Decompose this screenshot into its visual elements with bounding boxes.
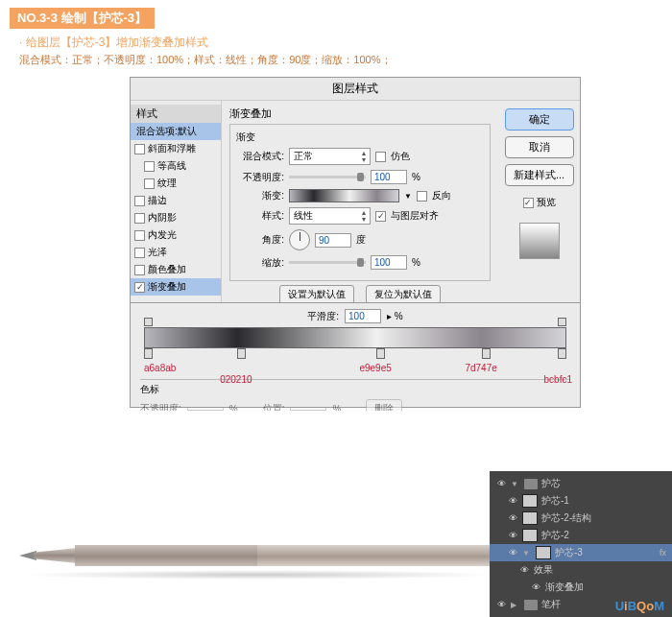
color-stop[interactable] xyxy=(144,348,153,359)
stop-hex: e9e9e5 xyxy=(359,363,391,373)
checkbox-icon[interactable] xyxy=(144,161,155,172)
angle-label: 角度: xyxy=(236,233,284,247)
layer-effects[interactable]: 👁效果 xyxy=(490,561,672,579)
eye-icon[interactable]: 👁 xyxy=(495,478,507,489)
opacity-label: 不透明度: xyxy=(236,171,284,184)
style-contour[interactable]: 等高线 xyxy=(131,157,221,175)
scale-label: 缩放: xyxy=(236,256,284,270)
stop-hex: 020210 xyxy=(220,374,252,385)
color-stop[interactable] xyxy=(376,348,385,359)
opacity-input[interactable]: 100 xyxy=(371,170,407,184)
new-style-button[interactable]: 新建样式... xyxy=(505,164,574,186)
watermark: UiBQoM xyxy=(615,599,664,613)
eye-icon[interactable]: 👁 xyxy=(495,599,507,610)
angle-dial[interactable] xyxy=(289,229,310,250)
chevron-down-icon[interactable]: ▼ xyxy=(522,549,532,558)
color-section-label: 色标 xyxy=(140,384,159,394)
checkbox-icon[interactable] xyxy=(134,230,145,241)
blend-mode-select[interactable]: 正常▴▾ xyxy=(289,148,371,165)
dither-checkbox[interactable] xyxy=(375,152,386,162)
scale-slider[interactable] xyxy=(289,261,366,264)
gradient-ramp[interactable]: a6a8ab 020210 e9e9e5 7d747e bcbfc1 xyxy=(144,327,566,348)
color-stop[interactable] xyxy=(558,348,566,359)
color-stop[interactable] xyxy=(482,348,491,359)
opacity-stop[interactable] xyxy=(558,318,566,326)
set-default-button[interactable]: 设置为默认值 xyxy=(279,285,354,304)
checkbox-icon[interactable] xyxy=(134,265,145,275)
group-title: 渐变叠加 xyxy=(229,107,491,121)
cancel-button[interactable]: 取消 xyxy=(505,136,574,158)
chevron-down-icon[interactable]: ▼ xyxy=(404,192,412,201)
style-select[interactable]: 线性▴▾ xyxy=(289,207,371,225)
opacity-stop[interactable] xyxy=(144,318,153,326)
styles-header: 样式 xyxy=(131,105,221,123)
tutorial-params: 混合模式：正常；不透明度：100%；样式：线性；角度：90度；缩放：100%； xyxy=(19,53,662,67)
fx-badge[interactable]: fx xyxy=(660,548,666,558)
style-gradient-overlay[interactable]: 渐变叠加 xyxy=(131,278,221,296)
color-stop[interactable] xyxy=(237,348,246,359)
style-satin[interactable]: 光泽 xyxy=(131,244,221,261)
ok-button[interactable]: 确定 xyxy=(505,108,574,131)
layer-item-selected[interactable]: 👁▼护芯-3fx xyxy=(490,544,672,561)
align-label: 与图层对齐 xyxy=(391,209,439,223)
layer-item[interactable]: 👁护芯-1 xyxy=(490,492,672,510)
style-color-overlay[interactable]: 颜色叠加 xyxy=(131,261,221,278)
degree-label: 度 xyxy=(356,233,366,247)
scale-input[interactable]: 100 xyxy=(371,255,407,270)
layer-item[interactable]: 👁护芯-2-结构 xyxy=(490,510,672,527)
layer-item[interactable]: 👁护芯-2 xyxy=(490,527,672,544)
chevron-down-icon[interactable]: ▼ xyxy=(511,480,520,488)
layer-thumb-icon xyxy=(522,511,538,525)
layer-thumb-icon xyxy=(522,494,538,508)
tutorial-subtitle: · 给图层【护芯-3】增加渐变叠加样式 xyxy=(19,35,662,51)
eye-icon[interactable]: 👁 xyxy=(507,530,518,541)
style-stroke[interactable]: 描边 xyxy=(131,192,221,209)
eye-icon[interactable]: 👁 xyxy=(507,495,518,507)
dialog-title: 图层样式 xyxy=(131,78,580,101)
dialog-buttons: 确定 取消 新建样式... 预览 xyxy=(498,101,580,315)
checkbox-icon[interactable] xyxy=(144,178,155,189)
eye-icon[interactable]: 👁 xyxy=(518,564,530,576)
align-checkbox[interactable] xyxy=(375,211,386,222)
pencil-artwork xyxy=(19,545,499,566)
blend-default[interactable]: 混合选项:默认 xyxy=(131,123,221,140)
opacity-slider[interactable] xyxy=(289,176,366,178)
checkbox-icon[interactable] xyxy=(134,196,145,206)
stop-hex: 7d747e xyxy=(465,363,496,373)
percent-label: % xyxy=(412,257,420,268)
style-inner-shadow[interactable]: 内阴影 xyxy=(131,209,221,226)
smoothness-input[interactable]: 100 xyxy=(345,309,381,323)
style-inner-glow[interactable]: 内发光 xyxy=(131,226,221,244)
preview-checkbox[interactable] xyxy=(523,198,534,208)
subgroup-title: 渐变 xyxy=(236,131,484,144)
angle-input[interactable]: 90 xyxy=(315,233,351,248)
reverse-label: 反向 xyxy=(432,189,451,202)
checkbox-icon[interactable] xyxy=(134,248,145,258)
stop-hex: bcbfc1 xyxy=(544,374,572,385)
eye-icon[interactable]: 👁 xyxy=(530,581,541,593)
gradient-preview[interactable] xyxy=(289,189,399,202)
layer-thumb-icon xyxy=(522,529,538,542)
eye-icon[interactable]: 👁 xyxy=(507,512,518,524)
layer-group[interactable]: 👁▼护芯 xyxy=(490,475,672,492)
styles-list: 样式 混合选项:默认 斜面和浮雕 等高线 纹理 描边 内阴影 内发光 光泽 颜色… xyxy=(131,101,222,315)
checkbox-icon[interactable] xyxy=(134,282,145,293)
reverse-checkbox[interactable] xyxy=(417,191,427,202)
style-bevel[interactable]: 斜面和浮雕 xyxy=(131,140,221,157)
tutorial-title: NO.3-3 绘制【护芯-3】 xyxy=(10,8,155,29)
checkbox-icon[interactable] xyxy=(134,213,145,224)
chevron-right-icon[interactable]: ▶ xyxy=(511,601,520,609)
reset-default-button[interactable]: 复位为默认值 xyxy=(366,285,441,304)
chevron-updown-icon: ▴▾ xyxy=(362,209,366,223)
checkbox-icon[interactable] xyxy=(134,144,145,154)
layer-style-dialog: 图层样式 样式 混合选项:默认 斜面和浮雕 等高线 纹理 描边 内阴影 内发光 … xyxy=(130,77,581,316)
eye-icon[interactable]: 👁 xyxy=(507,547,518,558)
blend-mode-label: 混合模式: xyxy=(236,150,284,163)
gradient-editor: 平滑度: 100 ▸ % a6a8ab 020210 e9e9e5 7d747e… xyxy=(130,302,581,408)
folder-icon xyxy=(524,479,538,489)
layer-effect-gradient[interactable]: 👁渐变叠加 xyxy=(490,579,672,596)
style-texture[interactable]: 纹理 xyxy=(131,175,221,192)
style-label: 样式: xyxy=(236,209,284,223)
stop-hex: a6a8ab xyxy=(144,363,176,373)
settings-panel: 渐变叠加 渐变 混合模式: 正常▴▾ 仿色 不透明度: 100 % 渐变: xyxy=(222,101,498,315)
